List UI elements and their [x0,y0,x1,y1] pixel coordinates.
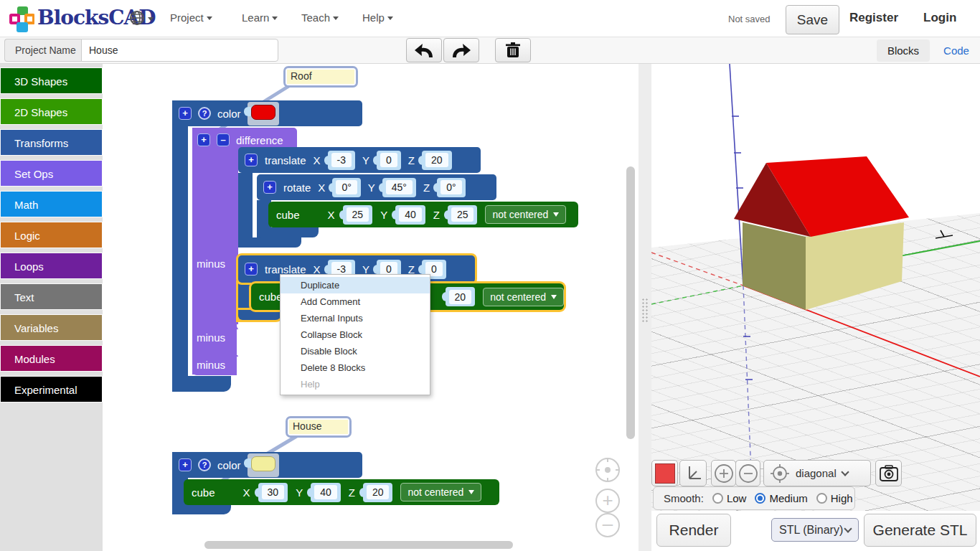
value-field[interactable]: 0 [377,151,401,170]
value-field[interactable]: 25 [448,205,478,225]
mutator-plus-icon[interactable]: + [245,154,258,166]
mutator-plus-icon[interactable]: + [179,458,192,471]
empty-statement-socket[interactable] [237,357,264,382]
color-block-spine[interactable] [172,100,188,392]
save-button[interactable]: Save [786,5,839,34]
splitter-handle[interactable] [641,298,649,322]
screenshot-button[interactable] [875,460,902,486]
radio-selected-icon[interactable] [755,493,765,504]
toolbox-category-modules[interactable]: Modules [0,345,103,372]
menu-help[interactable]: Help [362,11,393,24]
tab-code[interactable]: Code [938,39,974,62]
mutator-plus-icon[interactable]: + [197,133,210,146]
language-menu[interactable] [129,10,154,26]
value-field[interactable]: 0° [437,178,465,197]
menu-project[interactable]: Project [170,11,212,24]
camera-preset-select[interactable]: diagonal [796,467,837,479]
background-color-button[interactable] [651,460,678,486]
toolbox-category-3d-shapes[interactable]: 3D Shapes [0,67,103,94]
menu-teach[interactable]: Teach [301,11,339,24]
value-field[interactable]: 25 [343,205,373,225]
toolbox-category-text[interactable]: Text [0,283,103,310]
center-view-icon[interactable] [770,463,790,484]
trash-button[interactable] [495,38,531,62]
value-field[interactable]: 20 [363,483,393,502]
undo-button[interactable] [406,38,442,62]
render-viewport[interactable]: diagonal Smooth: Low Medium High Render … [651,64,980,551]
translate-block-foot[interactable] [238,237,301,248]
toolbox-category-transforms[interactable]: Transforms [0,129,103,156]
comment-text[interactable]: House [289,420,348,434]
mutator-plus-icon[interactable]: + [263,181,276,194]
color-block-roof[interactable]: + ? color [172,100,362,126]
zoom-out-button[interactable]: – [595,513,620,537]
centered-dropdown[interactable]: not centered [485,205,566,224]
toolbox-category-2d-shapes[interactable]: 2D Shapes [0,98,103,125]
value-field[interactable]: 0° [332,178,360,197]
comment-question-icon[interactable]: ? [198,458,211,471]
context-menu-item-external-inputs[interactable]: External Inputs [281,310,430,326]
value-field[interactable]: 20 [446,287,476,306]
render-button[interactable]: Render [656,514,731,547]
generate-stl-button[interactable]: Generate STL [864,514,976,547]
axes-toggle-button[interactable] [679,460,707,486]
context-menu-item-duplicate[interactable]: Duplicate [281,277,430,293]
radio-icon[interactable] [816,493,827,504]
cube-block-3[interactable]: cube X 30 Y 40 Z 20 not centered [184,479,499,505]
viewport-zoom-in-button[interactable] [711,460,736,486]
panel-splitter[interactable] [639,64,651,551]
zoom-reset-button[interactable] [595,458,620,482]
blockly-workspace[interactable]: Roof + ? color + – difference minus minu… [103,64,639,551]
yellow-color-swatch[interactable] [251,456,275,471]
toolbox-category-math[interactable]: Math [0,191,103,217]
viewport-zoom-out-button[interactable] [735,460,760,486]
horizontal-scrollbar[interactable] [204,541,513,549]
rotate-block[interactable]: + rotate X 0° Y 45° Z 0° [257,174,496,200]
comment-bubble-house[interactable]: House [286,416,352,438]
toolbox-category-logic[interactable]: Logic [0,222,103,248]
mutator-plus-icon[interactable]: + [245,263,258,276]
menu-learn[interactable]: Learn [242,11,278,24]
context-menu-item-delete-blocks[interactable]: Delete 8 Blocks [281,359,430,376]
value-field[interactable]: 40 [395,205,425,225]
mutator-plus-icon[interactable]: + [179,107,192,120]
redo-button[interactable] [443,38,479,62]
mutator-minus-icon[interactable]: – [217,133,230,146]
centered-dropdown[interactable]: not centered [483,288,564,306]
project-name-input[interactable]: House [81,39,278,62]
color-swatch-field[interactable] [248,102,279,126]
red-color-swatch[interactable] [251,105,275,120]
translate-block-1[interactable]: + translate X -3 Y 0 Z 20 [238,147,481,173]
translate-block-spine[interactable] [238,173,253,248]
toolbox-category-experimental[interactable]: Experimental [0,376,103,402]
rotate-block-foot[interactable] [257,227,319,237]
radio-icon[interactable] [712,493,723,504]
register-link[interactable]: Register [849,11,898,25]
context-menu-item-collapse-block[interactable]: Collapse Block [281,326,430,343]
value-field[interactable]: -3 [328,151,355,170]
stl-format-select[interactable]: STL (Binary) [771,518,859,542]
centered-dropdown[interactable]: not centered [400,483,481,501]
value-field[interactable]: 40 [311,483,341,502]
color-block-house[interactable]: + ? color [172,452,362,478]
comment-text[interactable]: Roof [287,70,354,84]
toolbox-category-set-ops[interactable]: Set Ops [0,160,103,187]
color-block-foot[interactable] [172,376,231,392]
cube-block-1[interactable]: cube X 25 Y 40 Z 25 not centered [268,202,578,227]
smooth-option-high[interactable]: High [816,492,853,504]
context-menu-item-add-comment[interactable]: Add Comment [281,293,430,310]
smooth-option-medium[interactable]: Medium [755,492,807,504]
comment-question-icon[interactable]: ? [198,107,211,120]
zoom-in-button[interactable]: + [595,489,620,513]
translate-block-foot-selected[interactable] [238,310,281,320]
value-field[interactable]: 20 [422,151,452,170]
login-link[interactable]: Login [923,11,956,25]
context-menu-item-disable-block[interactable]: Disable Block [281,343,430,359]
comment-bubble-roof[interactable]: Roof [283,66,358,88]
color-swatch-field[interactable] [248,453,279,477]
value-field[interactable]: 30 [258,483,288,502]
toolbox-category-variables[interactable]: Variables [0,314,103,341]
value-field[interactable]: 45° [382,178,416,197]
toolbox-category-loops[interactable]: Loops [0,253,103,279]
vertical-scrollbar[interactable] [626,166,635,439]
